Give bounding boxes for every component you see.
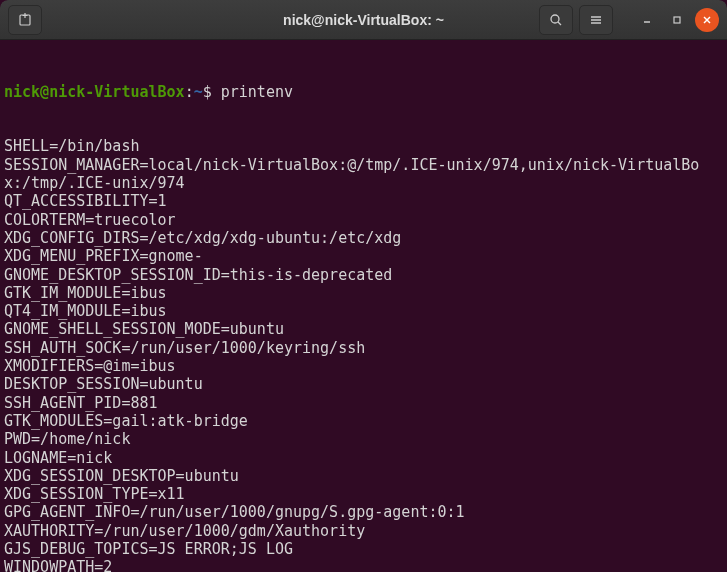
- output-line: XDG_SESSION_TYPE=x11: [4, 485, 723, 503]
- search-icon: [549, 13, 563, 27]
- output-line: DESKTOP_SESSION=ubuntu: [4, 375, 723, 393]
- output-line: PWD=/home/nick: [4, 430, 723, 448]
- titlebar-right: [539, 5, 719, 35]
- output-line: GPG_AGENT_INFO=/run/user/1000/gnupg/S.gp…: [4, 503, 723, 521]
- close-button[interactable]: [695, 8, 719, 32]
- output-line: XDG_MENU_PREFIX=gnome-: [4, 247, 723, 265]
- output-line: COLORTERM=truecolor: [4, 211, 723, 229]
- minimize-button[interactable]: [635, 8, 659, 32]
- output-line: SESSION_MANAGER=local/nick-VirtualBox:@/…: [4, 156, 723, 193]
- terminal-output: SHELL=/bin/bashSESSION_MANAGER=local/nic…: [4, 137, 723, 572]
- output-line: XMODIFIERS=@im=ibus: [4, 357, 723, 375]
- minimize-icon: [642, 15, 652, 25]
- output-line: SSH_AUTH_SOCK=/run/user/1000/keyring/ssh: [4, 339, 723, 357]
- prompt-path: ~: [194, 83, 203, 101]
- prompt-user: nick@nick-VirtualBox: [4, 83, 185, 101]
- output-line: WINDOWPATH=2: [4, 558, 723, 572]
- output-line: GNOME_DESKTOP_SESSION_ID=this-is-depreca…: [4, 266, 723, 284]
- maximize-button[interactable]: [665, 8, 689, 32]
- hamburger-icon: [589, 13, 603, 27]
- titlebar-left: [8, 5, 42, 35]
- output-line: GJS_DEBUG_TOPICS=JS ERROR;JS LOG: [4, 540, 723, 558]
- output-line: XAUTHORITY=/run/user/1000/gdm/Xauthority: [4, 522, 723, 540]
- output-line: LOGNAME=nick: [4, 449, 723, 467]
- output-line: QT_ACCESSIBILITY=1: [4, 192, 723, 210]
- output-line: GNOME_SHELL_SESSION_MODE=ubuntu: [4, 320, 723, 338]
- new-tab-icon: [17, 12, 33, 28]
- output-line: GTK_MODULES=gail:atk-bridge: [4, 412, 723, 430]
- window-title: nick@nick-VirtualBox: ~: [283, 12, 444, 28]
- maximize-icon: [672, 15, 682, 25]
- output-line: QT4_IM_MODULE=ibus: [4, 302, 723, 320]
- svg-line-4: [558, 22, 561, 25]
- output-line: XDG_CONFIG_DIRS=/etc/xdg/xdg-ubuntu:/etc…: [4, 229, 723, 247]
- output-line: GTK_IM_MODULE=ibus: [4, 284, 723, 302]
- menu-button[interactable]: [579, 5, 613, 35]
- svg-rect-9: [674, 17, 680, 23]
- output-line: SSH_AGENT_PID=881: [4, 394, 723, 412]
- close-icon: [702, 15, 712, 25]
- titlebar: nick@nick-VirtualBox: ~: [0, 0, 727, 40]
- output-line: XDG_SESSION_DESKTOP=ubuntu: [4, 467, 723, 485]
- command-text: printenv: [221, 83, 293, 101]
- new-tab-button[interactable]: [8, 5, 42, 35]
- svg-point-3: [551, 15, 559, 23]
- search-button[interactable]: [539, 5, 573, 35]
- prompt-line: nick@nick-VirtualBox:~$ printenv: [4, 83, 723, 101]
- prompt-colon: :: [185, 83, 194, 101]
- terminal-area[interactable]: nick@nick-VirtualBox:~$ printenv SHELL=/…: [0, 40, 727, 572]
- output-line: SHELL=/bin/bash: [4, 137, 723, 155]
- prompt-dollar: $: [203, 83, 221, 101]
